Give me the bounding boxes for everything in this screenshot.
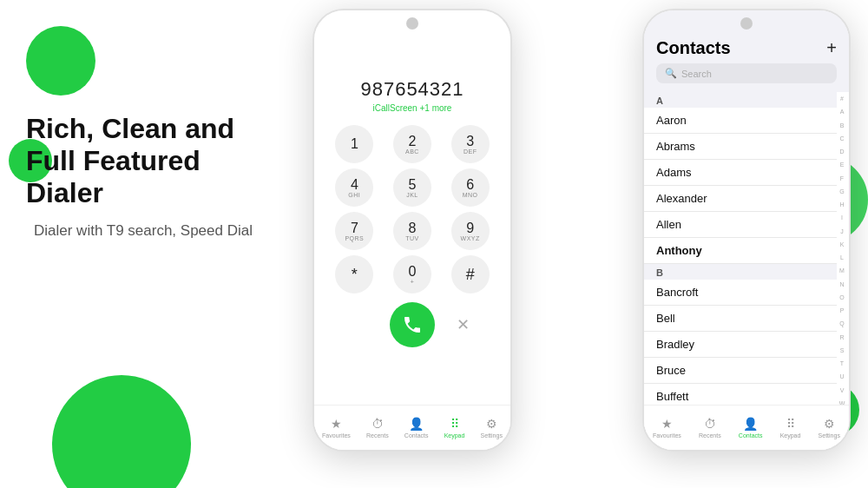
search-placeholder: Search <box>681 69 712 79</box>
csettings-icon: ⚙ <box>824 417 835 431</box>
ccontacts-icon: 👤 <box>743 417 758 431</box>
contacts-title-row: Contacts + <box>656 38 837 58</box>
contact-bancroft[interactable]: Bancroft <box>644 280 837 306</box>
nav-favourites-label: Favourites <box>322 432 351 439</box>
contacts-list: A Aaron Abrams Adams Alexander Allen Ant… <box>644 92 849 450</box>
dialer-label: iCallScreen +1 more <box>373 103 452 113</box>
key-1[interactable]: 1 <box>335 125 373 163</box>
page-title: Rich, Clean and Full Featured Dialer <box>26 113 260 208</box>
contacts-search[interactable]: 🔍 Search <box>656 63 837 83</box>
contacts-icon: 👤 <box>409 417 424 431</box>
nav-contacts[interactable]: 👤 Contacts <box>404 417 429 439</box>
contact-bradley[interactable]: Bradley <box>644 332 837 358</box>
nav-contacts-label: Contacts <box>404 432 429 439</box>
recents-icon: ⏱ <box>372 417 384 431</box>
alphabet-index: # A B C D E F G H I J K L M N O P Q R S <box>837 92 847 450</box>
nav-recents[interactable]: ⏱ Recents <box>366 417 389 439</box>
dialer-notch <box>406 17 418 30</box>
nav-keypad-label: Keypad <box>444 432 465 439</box>
keypad-icon: ⠿ <box>450 417 459 431</box>
dialer-screen: 987654321 iCallScreen +1 more 1 2ABC 3DE… <box>314 10 510 450</box>
call-row: ✕ <box>314 302 510 347</box>
contact-alexander[interactable]: Alexander <box>644 186 837 212</box>
left-section: Rich, Clean and Full Featured Dialer Dia… <box>26 113 260 241</box>
cnav-settings-label: Settings <box>819 432 840 439</box>
contact-anthony[interactable]: Anthony <box>644 238 837 264</box>
cnav-recents-label: Recents <box>699 432 721 439</box>
nav-settings-label: Settings <box>481 432 503 439</box>
cnav-recents[interactable]: ⏱ Recents <box>699 417 721 439</box>
favourites-icon: ★ <box>331 417 342 431</box>
delete-button[interactable]: ✕ <box>449 311 477 339</box>
section-header-b: B <box>644 264 837 280</box>
section-header-a: A <box>644 92 837 108</box>
contacts-screen: Contacts + 🔍 Search A Aaron Abrams Adams… <box>644 10 849 450</box>
deco-circle-bottom-left <box>52 375 191 488</box>
contact-adams[interactable]: Adams <box>644 160 837 186</box>
call-button[interactable] <box>390 302 435 347</box>
contact-bruce[interactable]: Bruce <box>644 358 837 384</box>
add-contact-button[interactable]: + <box>826 38 837 58</box>
crecents-icon: ⏱ <box>704 417 716 431</box>
key-6[interactable]: 6MNO <box>451 168 490 207</box>
key-0[interactable]: 0+ <box>393 255 431 293</box>
contact-abrams[interactable]: Abrams <box>644 134 837 160</box>
search-icon: 🔍 <box>665 68 677 79</box>
key-star[interactable]: * <box>335 255 373 293</box>
nav-settings[interactable]: ⚙ Settings <box>481 417 503 439</box>
deco-circle-top-left <box>26 26 95 96</box>
cnav-contacts[interactable]: 👤 Contacts <box>739 417 763 439</box>
dialer-phone: 987654321 iCallScreen +1 more 1 2ABC 3DE… <box>312 9 512 452</box>
key-9[interactable]: 9WXYZ <box>451 212 490 250</box>
cnav-favourites[interactable]: ★ Favourites <box>653 417 681 439</box>
key-4[interactable]: 4GHI <box>335 168 373 207</box>
contact-aaron[interactable]: Aaron <box>644 108 837 134</box>
key-5[interactable]: 5JKL <box>393 168 431 207</box>
page-subtitle: Dialer with T9 search, Speed Dial <box>26 221 260 241</box>
nav-recents-label: Recents <box>366 432 389 439</box>
dialer-bottom-nav: ★ Favourites ⏱ Recents 👤 Contacts ⠿ Keyp… <box>314 405 510 450</box>
cfavourites-icon: ★ <box>661 417 673 431</box>
key-8[interactable]: 8TUV <box>393 212 431 250</box>
contacts-scroll: A Aaron Abrams Adams Alexander Allen Ant… <box>644 92 837 450</box>
contacts-bottom-nav: ★ Favourites ⏱ Recents 👤 Contacts ⠿ Keyp… <box>644 405 849 450</box>
contacts-notch <box>740 17 753 30</box>
nav-favourites[interactable]: ★ Favourites <box>322 417 351 439</box>
cnav-favourites-label: Favourites <box>653 432 681 439</box>
key-hash[interactable]: # <box>451 255 490 293</box>
dialer-number: 987654321 <box>360 78 464 101</box>
key-7[interactable]: 7PQRS <box>335 212 373 250</box>
contacts-title: Contacts <box>656 38 731 58</box>
contact-bell[interactable]: Bell <box>644 306 837 332</box>
contacts-phone: Contacts + 🔍 Search A Aaron Abrams Adams… <box>642 9 851 452</box>
cnav-settings[interactable]: ⚙ Settings <box>819 417 840 439</box>
key-3[interactable]: 3DEF <box>451 125 490 163</box>
nav-keypad[interactable]: ⠿ Keypad <box>444 417 465 439</box>
ckeypad-icon: ⠿ <box>786 417 795 431</box>
cnav-contacts-label: Contacts <box>739 432 763 439</box>
keypad: 1 2ABC 3DEF 4GHI 5JKL 6MNO 7PQRS 8TUV 9W… <box>314 125 510 293</box>
contact-allen[interactable]: Allen <box>644 212 837 238</box>
settings-icon: ⚙ <box>486 417 497 431</box>
cnav-keypad[interactable]: ⠿ Keypad <box>780 417 801 439</box>
key-2[interactable]: 2ABC <box>393 125 431 163</box>
cnav-keypad-label: Keypad <box>780 432 801 439</box>
